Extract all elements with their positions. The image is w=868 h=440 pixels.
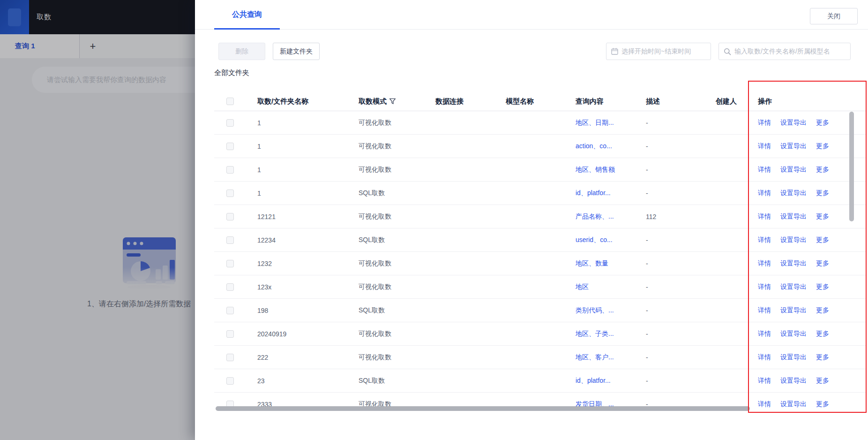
horizontal-scrollbar-thumb[interactable]	[216, 406, 750, 411]
action-detail-link[interactable]: 详情	[758, 236, 771, 244]
cell-query-link[interactable]: 地区、日期...	[576, 119, 646, 127]
action-export-link[interactable]: 设置导出	[780, 306, 807, 315]
column-header-connection[interactable]: 数据连接	[435, 97, 506, 106]
column-header-desc[interactable]: 描述	[646, 97, 716, 106]
action-more-link[interactable]: 更多	[816, 283, 829, 291]
funnel-icon[interactable]	[389, 99, 396, 104]
row-checkbox[interactable]	[226, 166, 234, 174]
action-more-link[interactable]: 更多	[816, 212, 829, 221]
tab-public-query[interactable]: 公共查询	[214, 0, 280, 30]
delete-button[interactable]: 删除	[218, 43, 265, 60]
search-input[interactable]: 输入取数/文件夹名称/所属模型名	[718, 43, 851, 60]
table-row[interactable]: 12121 可视化取数 产品名称、... 112 详情设置导出更多	[214, 205, 867, 228]
cell-query-link[interactable]: 地区、子类...	[576, 330, 646, 338]
new-folder-button[interactable]: 新建文件夹	[273, 43, 320, 60]
action-export-link[interactable]: 设置导出	[780, 400, 807, 409]
action-detail-link[interactable]: 详情	[758, 306, 771, 315]
action-detail-link[interactable]: 详情	[758, 119, 771, 127]
row-checkbox[interactable]	[226, 213, 234, 220]
column-header-mode[interactable]: 取数模式	[359, 97, 435, 106]
public-query-modal: 公共查询 关闭 删除 新建文件夹 选择开始时间~结束时间 输入取数/文件夹名称/…	[195, 0, 868, 440]
row-checkbox[interactable]	[226, 307, 234, 314]
table-row[interactable]: 23 SQL取数 id、platfor... - 详情设置导出更多	[214, 369, 867, 393]
action-export-link[interactable]: 设置导出	[780, 166, 807, 174]
action-export-link[interactable]: 设置导出	[780, 283, 807, 291]
row-checkbox[interactable]	[226, 330, 234, 338]
cell-query-link[interactable]: 地区、销售额	[576, 166, 646, 174]
tab-active-underline	[214, 28, 280, 30]
row-checkbox[interactable]	[226, 119, 234, 127]
row-checkbox[interactable]	[226, 190, 234, 197]
action-more-link[interactable]: 更多	[816, 189, 829, 197]
cell-query-link[interactable]: 产品名称、...	[576, 212, 646, 221]
action-export-link[interactable]: 设置导出	[780, 353, 807, 362]
action-detail-link[interactable]: 详情	[758, 283, 771, 291]
action-detail-link[interactable]: 详情	[758, 142, 771, 151]
row-checkbox[interactable]	[226, 354, 234, 361]
cell-query-link[interactable]: 地区、数量	[576, 259, 646, 268]
select-all-checkbox[interactable]	[226, 98, 234, 105]
cell-actions: 详情设置导出更多	[758, 400, 867, 409]
column-header-query[interactable]: 查询内容	[576, 97, 646, 106]
action-detail-link[interactable]: 详情	[758, 189, 771, 197]
action-detail-link[interactable]: 详情	[758, 353, 771, 362]
row-checkbox[interactable]	[226, 260, 234, 267]
date-range-input[interactable]: 选择开始时间~结束时间	[606, 43, 711, 60]
action-export-link[interactable]: 设置导出	[780, 259, 807, 268]
action-more-link[interactable]: 更多	[816, 377, 829, 385]
action-detail-link[interactable]: 详情	[758, 330, 771, 338]
table-row[interactable]: 1 可视化取数 地区、销售额 - 详情设置导出更多	[214, 158, 867, 182]
action-export-link[interactable]: 设置导出	[780, 189, 807, 197]
action-export-link[interactable]: 设置导出	[780, 212, 807, 221]
action-detail-link[interactable]: 详情	[758, 212, 771, 221]
cell-query-link[interactable]: action、co...	[576, 142, 646, 151]
action-more-link[interactable]: 更多	[816, 353, 829, 362]
cell-query-link[interactable]: id、platfor...	[576, 377, 646, 385]
action-export-link[interactable]: 设置导出	[780, 119, 807, 127]
cell-query-link[interactable]: userid、co...	[576, 236, 646, 244]
action-more-link[interactable]: 更多	[816, 400, 829, 409]
cell-mode: 可视化取数	[359, 283, 435, 291]
row-checkbox[interactable]	[226, 283, 234, 291]
action-detail-link[interactable]: 详情	[758, 377, 771, 385]
action-more-link[interactable]: 更多	[816, 166, 829, 174]
action-more-link[interactable]: 更多	[816, 142, 829, 151]
table-row[interactable]: 1232 可视化取数 地区、数量 - 详情设置导出更多	[214, 252, 867, 275]
table-row[interactable]: 20240919 可视化取数 地区、子类... - 详情设置导出更多	[214, 322, 867, 346]
cell-query-link[interactable]: 地区、客户...	[576, 353, 646, 362]
table-row[interactable]: 1 可视化取数 action、co... - 详情设置导出更多	[214, 135, 867, 158]
vertical-scrollbar-thumb[interactable]	[849, 112, 854, 221]
table-row[interactable]: 222 可视化取数 地区、客户... - 详情设置导出更多	[214, 346, 867, 369]
column-header-creator[interactable]: 创建人	[716, 97, 758, 106]
action-export-link[interactable]: 设置导出	[780, 330, 807, 338]
action-detail-link[interactable]: 详情	[758, 400, 771, 409]
action-more-link[interactable]: 更多	[816, 259, 829, 268]
table-row[interactable]: 12234 SQL取数 userid、co... - 详情设置导出更多	[214, 228, 867, 252]
column-header-name[interactable]: 取数/文件夹名称	[257, 97, 359, 106]
close-button[interactable]: 关闭	[810, 8, 858, 24]
action-more-link[interactable]: 更多	[816, 119, 829, 127]
cell-name: 123x	[257, 283, 359, 291]
action-export-link[interactable]: 设置导出	[780, 377, 807, 385]
action-more-link[interactable]: 更多	[816, 330, 829, 338]
action-detail-link[interactable]: 详情	[758, 166, 771, 174]
table-row[interactable]: 1 可视化取数 地区、日期... - 详情设置导出更多	[214, 111, 867, 135]
action-export-link[interactable]: 设置导出	[780, 236, 807, 244]
row-checkbox[interactable]	[226, 236, 234, 244]
cell-query-link[interactable]: id、platfor...	[576, 189, 646, 197]
cell-name: 1	[257, 190, 359, 197]
row-checkbox[interactable]	[226, 143, 234, 150]
action-more-link[interactable]: 更多	[816, 236, 829, 244]
row-checkbox[interactable]	[226, 377, 234, 385]
table-row[interactable]: 1 SQL取数 id、platfor... - 详情设置导出更多	[214, 182, 867, 205]
column-header-model[interactable]: 模型名称	[506, 97, 576, 106]
table-row[interactable]: 123x 可视化取数 地区 - 详情设置导出更多	[214, 275, 867, 299]
action-detail-link[interactable]: 详情	[758, 259, 771, 268]
table-row[interactable]: 198 SQL取数 类别代码、... - 详情设置导出更多	[214, 299, 867, 322]
action-export-link[interactable]: 设置导出	[780, 142, 807, 151]
cell-query-link[interactable]: 类别代码、...	[576, 306, 646, 315]
action-more-link[interactable]: 更多	[816, 306, 829, 315]
cell-query-link[interactable]: 地区	[576, 283, 646, 291]
cell-name: 1	[257, 143, 359, 150]
query-table: 取数/文件夹名称 取数模式 数据连接 模型名称 查询内容 描述 创建人 操作 1…	[214, 92, 867, 413]
